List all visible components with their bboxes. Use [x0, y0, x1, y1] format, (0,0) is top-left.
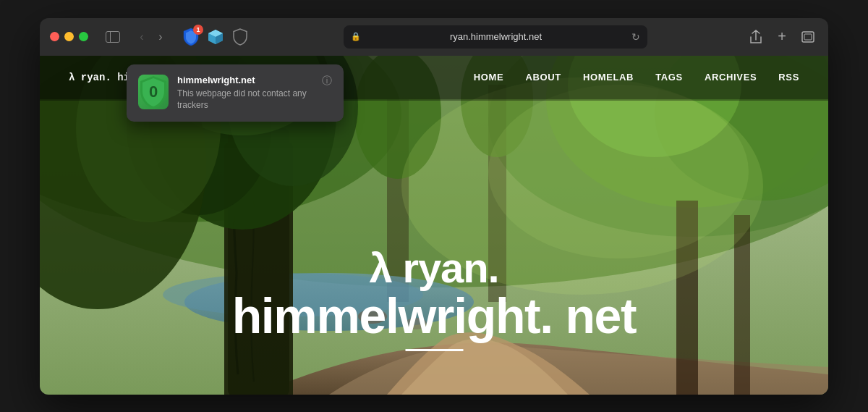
address-bar-container: 🔒 ryan.himmelwright.net ↻	[344, 25, 647, 49]
right-toolbar: +	[746, 27, 818, 47]
shield-extension[interactable]	[230, 27, 250, 47]
nav-tags[interactable]: TAGS	[655, 72, 683, 83]
nav-archives[interactable]: ARCHIVES	[705, 72, 757, 83]
bitwarden-extension[interactable]: 1	[181, 27, 201, 47]
hero-content: λ ryan. himmelwright. net	[80, 245, 789, 351]
nav-homelab[interactable]: HOMELAB	[583, 72, 634, 83]
nav-rss[interactable]: RSS	[778, 72, 799, 83]
sidebar-toggle-button[interactable]	[103, 30, 123, 44]
share-button[interactable]	[746, 27, 766, 47]
forward-button[interactable]: ›	[152, 28, 169, 46]
tracker-count: 0	[149, 83, 158, 101]
minimize-button[interactable]	[64, 32, 74, 41]
tracker-info: himmelwright.net This webpage did not co…	[177, 75, 313, 112]
titlebar: ‹ › 1	[40, 18, 828, 56]
browser-window: ‹ › 1	[40, 18, 828, 395]
traffic-lights	[50, 32, 88, 41]
cube-icon	[207, 28, 224, 46]
new-tab-button[interactable]: +	[772, 27, 792, 47]
hero-underline	[405, 349, 463, 351]
url-text: ryan.himmelwright.net	[365, 31, 627, 42]
extension-icons: 1	[181, 27, 250, 47]
extension-badge: 1	[193, 25, 203, 35]
sidebar-icon	[106, 31, 120, 43]
svg-rect-5	[804, 34, 812, 40]
close-button[interactable]	[50, 32, 59, 41]
svg-rect-4	[802, 32, 814, 42]
tab-overview-button[interactable]	[798, 27, 818, 47]
hero-line2: himmelwright. net	[80, 291, 789, 340]
tracker-domain: himmelwright.net	[177, 75, 313, 85]
tracker-popup: 0 himmelwright.net This webpage did not …	[127, 64, 344, 122]
share-icon	[749, 30, 762, 44]
tab-overview-icon	[801, 31, 814, 43]
nav-home[interactable]: HOME	[474, 72, 504, 83]
webpage: λ ryan. himm HOME ABOUT HOMELAB TAGS ARC…	[40, 56, 828, 395]
nav-about[interactable]: ABOUT	[525, 72, 561, 83]
reload-button[interactable]: ↻	[631, 31, 640, 43]
tracker-shield-icon: 0	[138, 75, 169, 109]
site-nav-links: HOME ABOUT HOMELAB TAGS ARCHIVES RSS	[474, 72, 799, 83]
tracker-count-overlay: 0	[138, 75, 169, 109]
tracker-message: This webpage did not contact any tracker…	[177, 88, 313, 112]
tracker-info-button[interactable]: ⓘ	[322, 75, 332, 88]
lock-icon: 🔒	[351, 32, 361, 41]
fullscreen-button[interactable]	[79, 32, 88, 41]
cube-extension[interactable]	[205, 27, 226, 47]
back-button[interactable]: ‹	[133, 28, 150, 46]
nav-arrows: ‹ ›	[133, 28, 169, 46]
shield-outline-icon	[233, 28, 247, 46]
address-bar[interactable]: 🔒 ryan.himmelwright.net ↻	[344, 25, 647, 49]
svg-point-32	[488, 85, 749, 258]
hero-line1: λ ryan.	[80, 245, 789, 291]
